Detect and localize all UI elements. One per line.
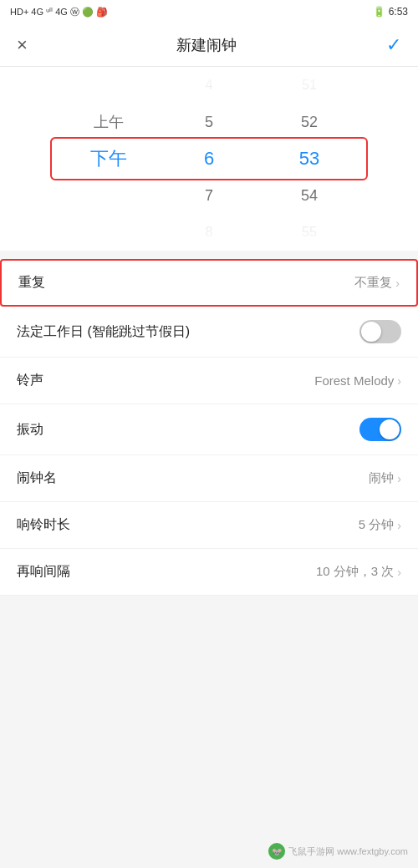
hour-item-6-selected[interactable]: 6: [159, 140, 259, 177]
duration-row[interactable]: 响铃时长 5 分钟 ›: [0, 502, 418, 549]
duration-value: 5 分钟: [359, 517, 395, 533]
period-item-am[interactable]: 上午: [59, 104, 159, 140]
minute-item-52[interactable]: 52: [259, 104, 359, 140]
alarm-name-value: 闹钟: [369, 470, 394, 486]
hour-item-4[interactable]: 4: [159, 67, 259, 104]
snooze-label: 再响间隔: [17, 563, 70, 581]
hour-item-5[interactable]: 5: [159, 104, 259, 140]
hour-item-7[interactable]: 7: [159, 177, 259, 214]
vibrate-row[interactable]: 振动: [0, 404, 418, 455]
close-button[interactable]: ×: [17, 36, 28, 54]
repeat-value: 不重复: [354, 275, 392, 291]
repeat-chevron: ›: [395, 277, 400, 290]
ringtone-chevron: ›: [397, 374, 401, 388]
snooze-chevron: ›: [397, 566, 401, 579]
period-item-empty1: [59, 177, 159, 214]
alarm-name-row[interactable]: 闹钟名 闹钟 ›: [0, 455, 418, 502]
time-picker[interactable]: 上午 下午 4 5 6 7 8 51 52 53 54 55: [0, 67, 418, 251]
minute-item-55[interactable]: 55: [259, 214, 359, 251]
minute-item-54[interactable]: 54: [259, 177, 359, 214]
status-right: 🔋 6:53: [373, 6, 408, 18]
workday-toggle-knob: [361, 322, 381, 342]
status-time: 6:53: [389, 6, 408, 18]
period-item: [59, 67, 159, 104]
alarm-name-chevron: ›: [397, 472, 401, 485]
period-item-pm-selected[interactable]: 下午: [59, 140, 159, 177]
hour-column[interactable]: 4 5 6 7 8: [159, 67, 259, 251]
minute-item-51[interactable]: 51: [259, 67, 359, 104]
duration-value-group: 5 分钟 ›: [359, 517, 401, 533]
ringtone-label: 铃声: [17, 372, 43, 389]
period-item-empty2: [59, 214, 159, 251]
minute-item-53-selected[interactable]: 53: [259, 140, 359, 177]
ringtone-value-group: Forest Melody ›: [314, 373, 401, 388]
ringtone-value: Forest Melody: [314, 373, 394, 388]
snooze-value: 10 分钟，3 次: [316, 564, 394, 580]
period-column[interactable]: 上午 下午: [59, 67, 159, 251]
time-picker-container: 上午 下午 4 5 6 7 8 51 52 53 54 55: [0, 67, 418, 251]
watermark-text: 飞鼠手游网 www.fextgby.com: [288, 845, 408, 858]
confirm-button[interactable]: ✓: [386, 36, 401, 54]
battery-icon: 🔋: [373, 6, 385, 18]
minute-column[interactable]: 51 52 53 54 55: [259, 67, 359, 251]
status-left: HD+ 4G ᵘˡˡ 4G ⓦ 🟢 🎒: [10, 6, 108, 18]
repeat-row[interactable]: 重复 不重复 ›: [0, 259, 418, 307]
alarm-name-value-group: 闹钟 ›: [369, 470, 401, 486]
workday-label: 法定工作日 (智能跳过节假日): [17, 323, 190, 341]
status-bar: HD+ 4G ᵘˡˡ 4G ⓦ 🟢 🎒 🔋 6:53: [0, 0, 418, 23]
repeat-value-group: 不重复 ›: [354, 275, 400, 291]
vibrate-toggle-knob: [380, 419, 400, 439]
ringtone-row[interactable]: 铃声 Forest Melody ›: [0, 358, 418, 404]
watermark-icon: 🐭: [268, 843, 285, 860]
settings-list: 重复 不重复 › 法定工作日 (智能跳过节假日) 铃声 Forest Melod…: [0, 259, 418, 596]
watermark: 🐭 飞鼠手游网 www.fextgby.com: [268, 843, 408, 860]
repeat-label: 重复: [18, 274, 45, 292]
duration-label: 响铃时长: [17, 516, 70, 534]
alarm-name-label: 闹钟名: [17, 470, 57, 487]
snooze-value-group: 10 分钟，3 次 ›: [316, 564, 401, 580]
vibrate-toggle[interactable]: [359, 418, 401, 441]
status-signal: HD+ 4G ᵘˡˡ 4G ⓦ 🟢 🎒: [10, 6, 108, 18]
workday-row[interactable]: 法定工作日 (智能跳过节假日): [0, 307, 418, 358]
page-title: 新建闹钟: [176, 35, 237, 55]
workday-toggle[interactable]: [359, 320, 401, 343]
duration-chevron: ›: [397, 519, 401, 532]
header: × 新建闹钟 ✓: [0, 23, 418, 67]
vibrate-label: 振动: [17, 421, 43, 439]
hour-item-8[interactable]: 8: [159, 214, 259, 251]
snooze-row[interactable]: 再响间隔 10 分钟，3 次 ›: [0, 549, 418, 596]
